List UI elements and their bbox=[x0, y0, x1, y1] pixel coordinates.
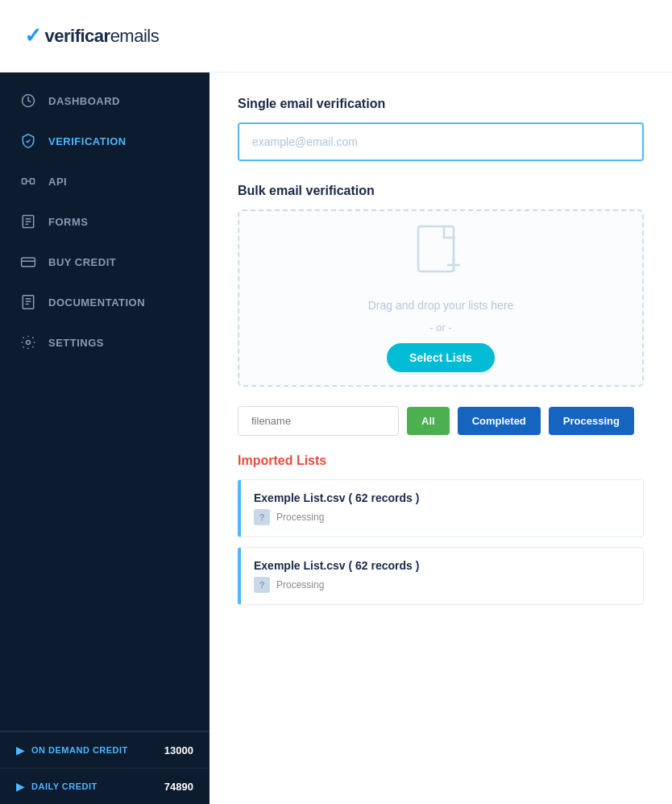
sidebar-item-dashboard-label: DASHBOARD bbox=[48, 95, 120, 107]
status-text: Processing bbox=[276, 579, 324, 591]
app-wrapper: ✓ verificaremails DASHBOARD bbox=[0, 0, 672, 804]
status-icon: ? bbox=[254, 509, 270, 525]
svg-rect-8 bbox=[22, 258, 35, 267]
bulk-verification-section: Bulk email verification Drag and drop yo… bbox=[238, 184, 644, 387]
list-item: Exemple List.csv ( 62 records ) ? Proces… bbox=[238, 547, 644, 605]
shield-icon bbox=[19, 132, 37, 150]
credit-icon bbox=[19, 253, 37, 271]
on-demand-arrow-icon: ▶ bbox=[16, 744, 25, 756]
top-header: ✓ verificaremails bbox=[0, 0, 672, 73]
logo-check-icon: ✓ bbox=[24, 23, 42, 48]
main-content: Single email verification Bulk email ver… bbox=[209, 73, 672, 804]
logo: ✓ verificaremails bbox=[24, 23, 159, 48]
list-item-name: Exemple List.csv ( 62 records ) bbox=[254, 491, 630, 504]
list-item-name: Exemple List.csv ( 62 records ) bbox=[254, 559, 630, 572]
imported-lists-section: Imported Lists Exemple List.csv ( 62 rec… bbox=[238, 454, 644, 605]
or-text: - or - bbox=[429, 321, 451, 334]
docs-icon bbox=[19, 293, 37, 311]
daily-credit[interactable]: ▶ DAILY CREDIT 74890 bbox=[0, 768, 209, 804]
svg-rect-1 bbox=[23, 179, 27, 184]
daily-arrow-icon: ▶ bbox=[16, 780, 25, 793]
select-lists-button[interactable]: Select Lists bbox=[387, 343, 495, 372]
sidebar-item-settings-label: SETTINGS bbox=[48, 337, 104, 349]
sidebar-item-buy-credit[interactable]: BUY CREDIT bbox=[0, 242, 209, 282]
sidebar-item-api-label: API bbox=[48, 176, 67, 188]
status-text: Processing bbox=[276, 512, 324, 523]
dropzone[interactable]: Drag and drop your lists here - or - Sel… bbox=[238, 209, 644, 387]
list-item: Exemple List.csv ( 62 records ) ? Proces… bbox=[238, 479, 644, 537]
on-demand-credit[interactable]: ▶ ON DEMAND CREDIT 13000 bbox=[0, 731, 209, 768]
list-item-status: ? Processing bbox=[254, 577, 630, 593]
email-input-wrapper bbox=[238, 122, 644, 161]
imported-lists-title: Imported Lists bbox=[238, 454, 644, 468]
sidebar-item-forms-label: FORMS bbox=[48, 216, 88, 228]
sidebar-item-verification-label: VERIFICATION bbox=[48, 135, 127, 147]
sidebar: DASHBOARD VERIFICATION bbox=[0, 73, 209, 804]
svg-rect-10 bbox=[23, 296, 33, 309]
bulk-verification-title: Bulk email verification bbox=[238, 184, 644, 198]
filter-processing-button[interactable]: Processing bbox=[549, 407, 634, 435]
sidebar-item-buy-credit-label: BUY CREDIT bbox=[48, 256, 116, 268]
sidebar-item-settings[interactable]: SETTINGS bbox=[0, 322, 209, 363]
sidebar-item-dashboard[interactable]: DASHBOARD bbox=[0, 81, 209, 121]
logo-text: verificaremails bbox=[45, 26, 160, 47]
sidebar-item-documentation-label: DOCUMENTATION bbox=[48, 296, 145, 309]
single-verification-title: Single email verification bbox=[238, 97, 644, 111]
dropzone-text: Drag and drop your lists here bbox=[368, 299, 514, 312]
dashboard-icon bbox=[19, 92, 37, 110]
daily-credit-label: DAILY CREDIT bbox=[31, 781, 164, 791]
filename-input[interactable] bbox=[238, 406, 399, 436]
credit-section: ▶ ON DEMAND CREDIT 13000 ▶ DAILY CREDIT … bbox=[0, 731, 209, 804]
sidebar-item-verification[interactable]: VERIFICATION bbox=[0, 121, 209, 161]
main-layout: DASHBOARD VERIFICATION bbox=[0, 73, 672, 804]
svg-point-14 bbox=[27, 341, 31, 345]
filter-all-button[interactable]: All bbox=[407, 407, 450, 435]
on-demand-credit-value: 13000 bbox=[164, 744, 193, 756]
settings-icon bbox=[19, 334, 37, 351]
file-upload-icon bbox=[415, 225, 467, 289]
sidebar-item-documentation[interactable]: DOCUMENTATION bbox=[0, 282, 209, 322]
sidebar-item-api[interactable]: API bbox=[0, 161, 209, 201]
filter-completed-button[interactable]: Completed bbox=[458, 407, 541, 435]
single-verification-section: Single email verification bbox=[238, 97, 644, 161]
on-demand-credit-label: ON DEMAND CREDIT bbox=[31, 745, 164, 755]
sidebar-item-forms[interactable]: FORMS bbox=[0, 201, 209, 242]
daily-credit-value: 74890 bbox=[164, 781, 193, 793]
forms-icon bbox=[19, 213, 37, 230]
svg-rect-2 bbox=[31, 179, 35, 184]
filter-bar: All Completed Processing bbox=[238, 406, 644, 436]
status-icon: ? bbox=[254, 577, 270, 593]
list-item-status: ? Processing bbox=[254, 509, 630, 525]
email-input[interactable] bbox=[239, 124, 642, 160]
api-icon bbox=[19, 172, 37, 190]
